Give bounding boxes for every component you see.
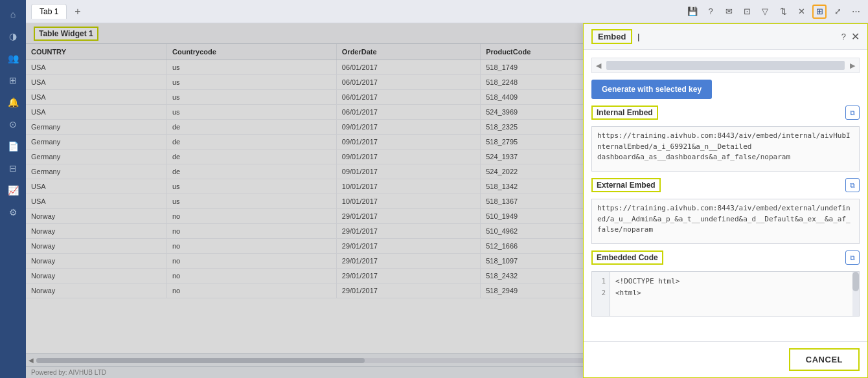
embed-header-icons: ? ✕ [841, 30, 860, 43]
code-line-2: <html> [615, 287, 847, 299]
embedded-code-copy-button[interactable]: ⧉ [845, 250, 860, 265]
people-icon[interactable]: 👥 [4, 49, 22, 67]
embedded-code-section-header: Embedded Code ⧉ [591, 250, 860, 265]
cancel-button[interactable]: CANCEL [789, 348, 860, 371]
embed-header: Embed | ? ✕ [584, 24, 867, 50]
table-view-icon[interactable]: ⊞ [812, 5, 827, 19]
internal-embed-copy-button[interactable]: ⧉ [845, 106, 860, 120]
embed-title-group: Embed | [591, 29, 639, 44]
embed-title-pipe: | [637, 32, 639, 41]
main-area: Tab 1 + 💾 ? ✉ ⊡ ▽ ⇅ ✕ ⊞ ⤢ ⋯ Table Widget… [26, 0, 868, 378]
add-tab-button[interactable]: + [72, 6, 83, 17]
code-scrollbar[interactable] [852, 272, 859, 316]
bar-chart-icon[interactable]: 📈 [4, 181, 22, 199]
bell-icon[interactable]: 🔔 [4, 93, 22, 111]
sidebar: ⌂ ◑ 👥 ⊞ 🔔 ⊙ 📄 ⊟ 📈 ⚙ [0, 0, 26, 378]
embed-help-button[interactable]: ? [841, 32, 846, 41]
cross-icon[interactable]: ✕ [794, 5, 808, 19]
key-arrow-right-icon: ▶ [850, 61, 855, 70]
top-bar: Tab 1 + 💾 ? ✉ ⊡ ▽ ⇅ ✕ ⊞ ⤢ ⋯ [26, 0, 868, 23]
code-line-1: <!DOCTYPE html> [615, 276, 847, 287]
layers-icon[interactable]: ⊞ [4, 71, 22, 89]
grid-icon[interactable]: ⊟ [4, 159, 22, 177]
more-icon[interactable]: ⋯ [849, 5, 863, 19]
key-selector-row[interactable]: ◀ ▶ [591, 58, 860, 73]
external-embed-copy-button[interactable]: ⧉ [845, 178, 860, 192]
internal-embed-section-header: Internal Embed ⧉ [591, 106, 860, 120]
home-icon[interactable]: ⌂ [4, 5, 22, 23]
internal-embed-url[interactable] [591, 126, 860, 172]
key-arrow-left-icon: ◀ [596, 61, 601, 70]
tab-1[interactable]: Tab 1 [31, 4, 67, 19]
external-embed-section-header: External Embed ⧉ [591, 178, 860, 192]
filter-icon[interactable]: ▽ [758, 5, 772, 19]
code-content[interactable]: <!DOCTYPE html> <html> [610, 272, 852, 316]
document-icon[interactable]: 📄 [4, 137, 22, 155]
toolbar-icons: 💾 ? ✉ ⊡ ▽ ⇅ ✕ ⊞ ⤢ ⋯ [685, 5, 863, 19]
line-num-2: 2 [596, 287, 606, 299]
internal-embed-label: Internal Embed [591, 106, 658, 120]
content-area: Table Widget 1 COUNTRY Countrycode Order… [26, 23, 868, 378]
external-embed-url[interactable] [591, 199, 860, 244]
settings-icon[interactable]: ⚙ [4, 203, 22, 221]
external-embed-label: External Embed [591, 178, 661, 192]
generate-button[interactable]: Generate with selected key [591, 80, 712, 99]
email-icon[interactable]: ✉ [722, 5, 736, 19]
embed-title: Embed [591, 29, 632, 44]
embed-footer: CANCEL [584, 341, 867, 377]
code-area: 1 2 <!DOCTYPE html> <html> [591, 271, 860, 317]
embed-body: ◀ ▶ Generate with selected key Internal … [584, 50, 867, 341]
embed-close-button[interactable]: ✕ [851, 30, 860, 43]
embedded-code-label: Embedded Code [591, 250, 663, 265]
line-num-1: 1 [596, 276, 606, 287]
sort-icon[interactable]: ⇅ [776, 5, 790, 19]
embed-modal: Embed | ? ✕ ◀ ▶ [583, 23, 868, 378]
key-selector-bar [606, 61, 845, 70]
code-line-numbers: 1 2 [592, 272, 610, 316]
globe-icon[interactable]: ⊙ [4, 115, 22, 133]
modal-overlay: Embed | ? ✕ ◀ ▶ [26, 23, 868, 378]
monitor-icon[interactable]: ⊡ [740, 5, 754, 19]
chart-icon[interactable]: ◑ [4, 27, 22, 45]
code-scrollbar-thumb [852, 272, 859, 291]
save-icon[interactable]: 💾 [685, 5, 700, 19]
expand-icon[interactable]: ⤢ [830, 5, 845, 19]
help-icon[interactable]: ? [703, 5, 718, 19]
